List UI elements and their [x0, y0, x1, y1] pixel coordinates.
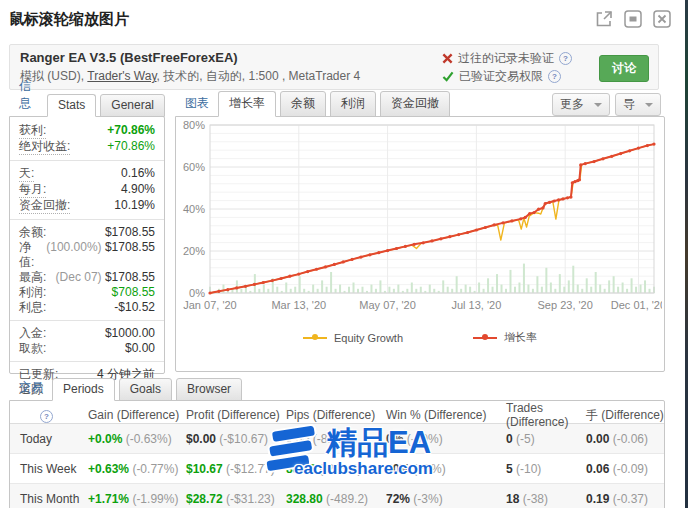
period-label: Today	[10, 432, 88, 446]
table-cell: $28.72 (-$31.23)	[186, 492, 286, 506]
help-icon[interactable]	[559, 52, 572, 65]
cell-difference: (-0.63%)	[122, 432, 171, 446]
svg-text:May 07, '20: May 07, '20	[359, 299, 416, 311]
stats-value: 10.19%	[114, 198, 155, 213]
period-help-icon[interactable]	[40, 410, 53, 423]
table-cell: 18 (-38)	[506, 492, 586, 506]
verified-badge-label: 已验证交易权限	[459, 68, 543, 85]
divider	[10, 320, 164, 321]
page-title: 鼠标滚轮缩放图片	[9, 10, 129, 29]
stats-value: 0.16%	[121, 166, 155, 181]
cell-difference: (-0.09)	[609, 462, 648, 476]
table-cell: +0.63% (-0.77%)	[88, 462, 186, 476]
cell-value: +0.0%	[88, 432, 122, 446]
tab-stats[interactable]: Stats	[47, 94, 96, 117]
tab-trades-link[interactable]: 交易	[19, 376, 48, 400]
stats-label: 最高:	[19, 270, 46, 285]
tab-browser[interactable]: Browser	[176, 378, 242, 401]
period-label: This Week	[10, 462, 88, 476]
svg-text:60%: 60%	[183, 161, 205, 173]
svg-text:20%: 20%	[183, 245, 205, 257]
stats-value: $1000.00	[105, 326, 155, 341]
tab-profit[interactable]: 利润	[330, 91, 376, 117]
table-cell: 0 (-5)	[506, 432, 586, 446]
signal-header-card: Ranger EA V3.5 (BestFreeForexEA) 模拟 (USD…	[9, 44, 659, 90]
tab-info-link[interactable]: 信息	[19, 75, 43, 116]
stats-label: 入金:	[19, 326, 46, 341]
svg-text:40%: 40%	[183, 203, 205, 215]
broker-link[interactable]: Trader's Way	[87, 69, 156, 83]
chart-body: 0%20%40%60%80%Jan 07, '20Mar 13, '20May …	[175, 116, 665, 372]
stats-row: 资金回撤:10.19%	[10, 198, 164, 214]
tab-general[interactable]: General	[100, 94, 165, 117]
tab-periods[interactable]: Periods	[52, 378, 115, 401]
stats-label: 净值:	[19, 240, 46, 270]
cell-difference: (-38)	[519, 492, 548, 506]
tab-balance[interactable]: 余额	[280, 91, 326, 117]
cell-value: 328.80	[286, 492, 323, 506]
trades-tabbar: 交易 Periods Goals Browser	[9, 378, 665, 400]
help-icon[interactable]	[548, 70, 561, 83]
growth-chart: 0%20%40%60%80%Jan 07, '20Mar 13, '20May …	[176, 117, 662, 323]
stats-row: 利息:-$10.52	[10, 300, 164, 315]
cell-difference: (-489.2)	[323, 492, 368, 506]
table-cell: +1.71% (-1.99%)	[88, 492, 186, 506]
tab-chart-link[interactable]: 图表	[185, 92, 214, 116]
stats-value: (Dec 07) $1708.55	[56, 270, 155, 285]
stats-row: 每月:4.90%	[10, 182, 164, 198]
svg-text:Jul 13, '20: Jul 13, '20	[451, 299, 501, 311]
stats-label: 余额:	[19, 225, 46, 240]
tab-growth[interactable]: 增长率	[218, 91, 276, 117]
unverified-badge-label: 过往的记录未验证	[458, 50, 554, 67]
stats-label: 每月:	[19, 182, 46, 198]
chevron-down-icon	[594, 103, 602, 107]
cell-value: 0.00	[586, 432, 609, 446]
cell-value: $28.72	[186, 492, 223, 506]
svg-text:80%: 80%	[183, 119, 205, 131]
table-cell: 0.06 (-0.09)	[586, 462, 664, 476]
verified-badge: 已验证交易权限	[442, 67, 572, 85]
tab-drawdown[interactable]: 资金回撤	[380, 91, 450, 117]
stats-label: 天:	[19, 166, 34, 182]
stats-label: 绝对收益:	[19, 139, 70, 155]
stats-value: 4.90%	[121, 182, 155, 197]
legend-item-growth[interactable]: 增长率	[473, 330, 537, 345]
cell-value: +0.63%	[88, 462, 129, 476]
more-dropdown[interactable]: 更多	[552, 93, 610, 116]
legend-item-equity[interactable]: Equity Growth	[303, 330, 403, 345]
fullscreen-icon[interactable]	[623, 9, 643, 29]
chart-tabbar: 图表 增长率 余额 利润 资金回撤 更多 导	[175, 94, 665, 116]
export-dropdown[interactable]: 导	[615, 93, 661, 116]
signal-meta: 模拟 (USD), Trader's Way, 技术的, 自动的, 1:500 …	[20, 68, 360, 85]
chart-legend: Equity Growth 增长率	[176, 330, 664, 345]
stats-row: 余额:$1708.55	[10, 225, 164, 240]
discuss-button[interactable]: 讨论	[599, 55, 649, 82]
stats-value: +70.86%	[107, 139, 155, 154]
stats-value-muted: (100.00%)	[46, 240, 105, 254]
divider	[10, 219, 164, 220]
stats-value: (100.00%) $1708.55	[46, 240, 155, 255]
svg-text:Mar 13, '20: Mar 13, '20	[271, 299, 326, 311]
stats-list: 获利:+70.86%绝对收益:+70.86%天:0.16%每月:4.90%资金回…	[9, 116, 165, 374]
cell-difference: (-0.06)	[609, 432, 648, 446]
stats-value-muted: (Dec 07)	[56, 270, 105, 284]
cell-value: 0.19	[586, 492, 609, 506]
cell-value: 72%	[386, 492, 410, 506]
open-external-icon[interactable]	[594, 9, 614, 29]
growth-line-marker-icon	[473, 337, 497, 339]
stats-row: 净值:(100.00%) $1708.55	[10, 240, 164, 270]
verification-badges: 过往的记录未验证 已验证交易权限	[442, 49, 572, 85]
stats-row: 天:0.16%	[10, 166, 164, 182]
divider	[10, 361, 164, 362]
stats-value: -$10.52	[114, 300, 155, 315]
stats-value: $708.55	[112, 285, 155, 300]
column-header-lots: 手 (Difference)	[586, 407, 664, 424]
stats-label: 资金回撤:	[19, 198, 70, 214]
svg-text:Jan 07, '20: Jan 07, '20	[183, 299, 236, 311]
table-cell: 5 (-10)	[506, 462, 586, 476]
close-icon[interactable]	[652, 9, 672, 29]
stats-panel: 信息 Stats General 获利:+70.86%绝对收益:+70.86%天…	[9, 94, 165, 374]
tab-goals[interactable]: Goals	[119, 378, 172, 401]
chart-panel: 图表 增长率 余额 利润 资金回撤 更多 导 0%20%40%60%80%Jan…	[175, 94, 665, 372]
signal-meta-suffix: , 技术的, 自动的, 1:500 , MetaTrader 4	[157, 69, 361, 83]
